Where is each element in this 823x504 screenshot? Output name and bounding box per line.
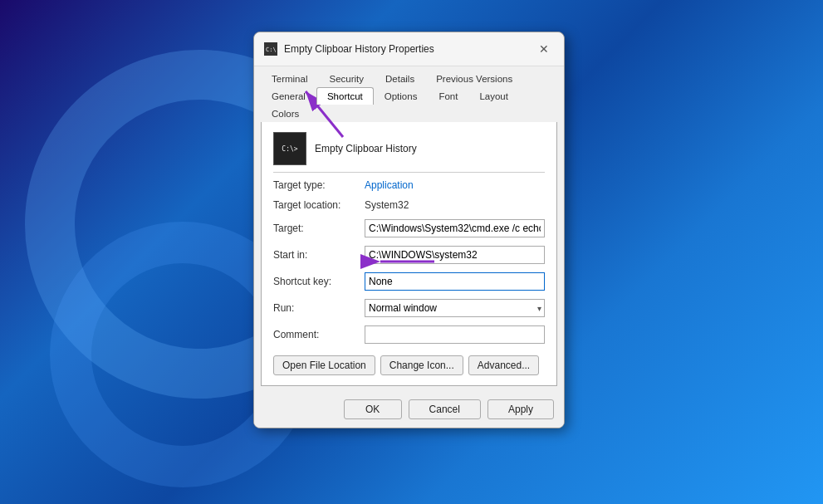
start-in-label: Start in:: [273, 249, 365, 261]
tab-content: Empty Clipboar History Target type: Appl…: [261, 122, 557, 386]
target-type-value[interactable]: Application: [365, 179, 414, 191]
open-file-location-button[interactable]: Open File Location: [273, 355, 375, 375]
tab-layout[interactable]: Layout: [468, 87, 519, 105]
cancel-button[interactable]: Cancel: [409, 399, 481, 419]
target-location-value: System32: [365, 199, 409, 211]
ok-button[interactable]: OK: [344, 399, 402, 419]
run-select[interactable]: Normal window Minimized Maximized: [365, 299, 545, 317]
run-label: Run:: [273, 302, 365, 314]
title-bar: C:\ Empty Clipboar History Properties ✕: [254, 32, 564, 66]
advanced-button[interactable]: Advanced...: [468, 355, 539, 375]
dialog-icon: C:\: [264, 42, 277, 56]
comment-input[interactable]: [365, 325, 545, 344]
tab-terminal[interactable]: Terminal: [261, 70, 318, 87]
target-input[interactable]: [365, 219, 545, 237]
shortcut-key-label: Shortcut key:: [273, 276, 365, 287]
tab-security[interactable]: Security: [318, 70, 375, 87]
app-name: Empty Clipboar History: [315, 143, 417, 154]
bottom-bar: OK Cancel Apply: [254, 393, 564, 428]
close-button[interactable]: ✕: [534, 39, 554, 59]
action-buttons: Open File Location Change Icon... Advanc…: [273, 355, 545, 375]
target-location-row: Target location: System32: [273, 199, 545, 211]
tabs-row2: General Shortcut Options Font Layout Col…: [261, 87, 557, 122]
comment-label: Comment:: [273, 329, 365, 340]
app-header: Empty Clipboar History: [273, 132, 545, 173]
start-in-input[interactable]: [365, 246, 545, 264]
target-label: Target:: [273, 223, 365, 234]
tab-previous-versions[interactable]: Previous Versions: [425, 70, 523, 87]
start-in-row: Start in:: [273, 246, 545, 264]
app-icon: [273, 132, 306, 165]
tabs-container: Terminal Security Details Previous Versi…: [254, 66, 564, 122]
target-type-label: Target type:: [273, 179, 365, 191]
dialog-title: Empty Clipboar History Properties: [284, 43, 434, 55]
run-row: Run: Normal window Minimized Maximized ▾: [273, 299, 545, 317]
tab-details[interactable]: Details: [375, 70, 425, 87]
tab-general[interactable]: General: [261, 87, 316, 105]
properties-dialog: C:\ Empty Clipboar History Properties ✕ …: [253, 32, 565, 428]
comment-row: Comment:: [273, 325, 545, 344]
change-icon-button[interactable]: Change Icon...: [380, 355, 463, 375]
apply-button[interactable]: Apply: [487, 399, 554, 419]
run-select-wrapper: Normal window Minimized Maximized ▾: [365, 299, 545, 317]
title-bar-left: C:\ Empty Clipboar History Properties: [264, 42, 434, 56]
tabs-row1: Terminal Security Details Previous Versi…: [261, 70, 557, 87]
target-location-label: Target location:: [273, 199, 365, 211]
tab-font[interactable]: Font: [428, 87, 468, 105]
tab-shortcut[interactable]: Shortcut: [316, 87, 374, 105]
shortcut-key-row: Shortcut key:: [273, 272, 545, 291]
target-type-row: Target type: Application: [273, 179, 545, 191]
tab-colors[interactable]: Colors: [261, 105, 310, 122]
tab-options[interactable]: Options: [374, 87, 429, 105]
svg-text:C:\: C:\: [266, 46, 277, 53]
shortcut-key-input[interactable]: [365, 272, 545, 291]
target-row: Target:: [273, 219, 545, 237]
